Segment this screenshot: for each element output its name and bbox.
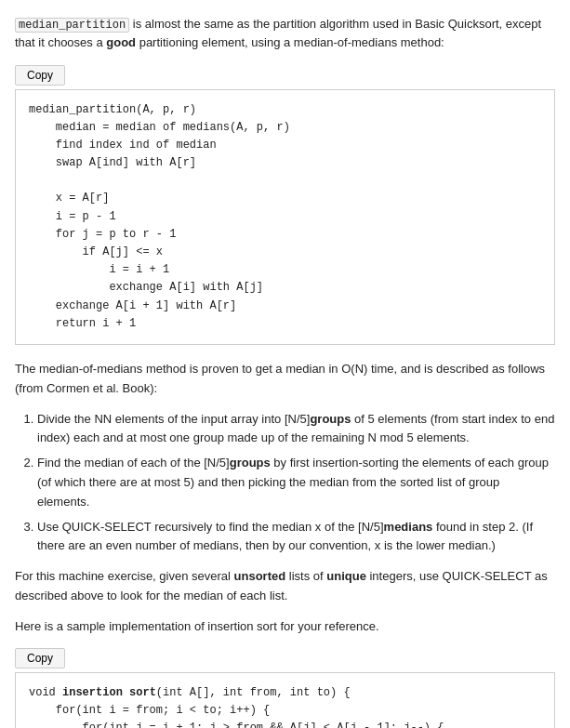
- code-block-1: median_partition(A, p, r) median = media…: [15, 89, 555, 345]
- code-block-2: void insertion sort(int A[], int from, i…: [15, 672, 555, 729]
- copy-button-1[interactable]: Copy: [15, 65, 65, 86]
- list-item-2-bold: groups: [230, 456, 271, 470]
- list-item-3: Use QUICK-SELECT recursively to find the…: [37, 518, 555, 557]
- list-item-1: Divide the NN elements of the input arra…: [37, 410, 555, 449]
- intro-paragraph: median_partition is almost the same as t…: [15, 15, 555, 52]
- list-item-3-bold: medians: [384, 520, 433, 534]
- list-item-2: Find the median of each of the [N/5]grou…: [37, 454, 555, 511]
- list-item-3-before: Use QUICK-SELECT recursively to find the…: [37, 520, 384, 534]
- paragraph3: Here is a sample implementation of inser…: [15, 617, 555, 637]
- unique-bold: unique: [326, 569, 366, 583]
- description-paragraph: The median-of-medians method is proven t…: [15, 360, 555, 399]
- list-item-2-before: Find the median of each of the [N/5]: [37, 456, 230, 470]
- code-inline-median-partition: median_partition: [15, 18, 129, 33]
- intro-text2: partitioning element, using a median-of-…: [136, 35, 444, 49]
- list-item-1-before: Divide the NN elements of the input arra…: [37, 412, 310, 426]
- copy-button-2[interactable]: Copy: [15, 648, 65, 668]
- intro-bold: good: [106, 35, 136, 49]
- unsorted-bold: unsorted: [234, 569, 286, 583]
- steps-list: Divide the NN elements of the input arra…: [37, 410, 555, 557]
- list-item-1-bold: groups: [310, 412, 351, 426]
- paragraph2: For this machine exercise, given several…: [15, 567, 555, 606]
